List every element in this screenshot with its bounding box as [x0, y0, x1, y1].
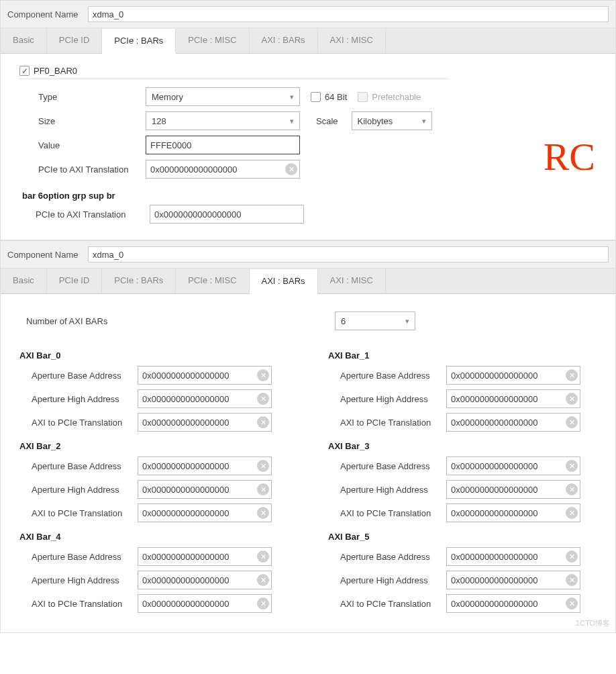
axi-bar-3-high-input[interactable] [446, 480, 580, 499]
axi-bar-1-trans-label: AXI to PCIe Translation [340, 418, 441, 428]
axi-bar-1-high-label: Aperture High Address [340, 394, 441, 404]
64bit-option[interactable]: 64 Bit [311, 92, 347, 102]
size-select[interactable]: 128 ▾ [146, 111, 300, 130]
clear-icon[interactable]: ✕ [566, 393, 578, 405]
clear-icon[interactable]: ✕ [257, 574, 269, 586]
pcie-axi-label: PCIe to AXI Translation [38, 164, 139, 175]
pcie-axi-input[interactable] [146, 160, 300, 179]
axi-bar-4-base-input[interactable] [138, 547, 272, 566]
axi-bar-0-trans-field: ✕ [138, 413, 272, 432]
component-name-label: Component Name [7, 9, 81, 19]
component-name-input-2[interactable] [88, 246, 609, 262]
axi-bar-3-base-input[interactable] [446, 456, 580, 475]
axi-bar-0-base-input[interactable] [138, 366, 272, 385]
axi-bar-0-trans-input[interactable] [138, 413, 272, 432]
num-axi-bars-select[interactable]: 6 ▾ [335, 311, 415, 330]
tab-pcie-misc[interactable]: PCIe : MISC [176, 28, 249, 53]
clear-icon[interactable]: ✕ [257, 507, 269, 519]
axi-bar-5-high-field: ✕ [446, 571, 580, 589]
axi-bar-5-base-row: Aperture Base Address ✕ [340, 547, 597, 566]
axi-bar-5-high-label: Aperture High Address [340, 575, 441, 585]
clear-icon[interactable]: ✕ [566, 483, 578, 495]
axi-bar-2-high-row: Aperture High Address ✕ [32, 480, 288, 499]
clear-icon[interactable]: ✕ [566, 369, 578, 381]
pcie-axi-row: PCIe to AXI Translation ✕ [38, 160, 597, 179]
axi-bar-3-high-row: Aperture High Address ✕ [340, 480, 597, 499]
pf0bar0-title: PF0_BAR0 [34, 66, 77, 76]
value-row: Value [38, 136, 597, 154]
axi-bar-1-trans-row: AXI to PCIe Translation ✕ [340, 413, 597, 432]
clear-icon[interactable]: ✕ [566, 574, 578, 586]
clear-icon[interactable]: ✕ [566, 460, 578, 472]
axi-bar-4-trans-field: ✕ [138, 594, 272, 613]
scale-select[interactable]: Kilobytes ▾ [352, 111, 432, 130]
axi-bar-1-trans-field: ✕ [446, 413, 580, 432]
64bit-checkbox[interactable] [311, 92, 321, 102]
clear-icon[interactable]: ✕ [285, 163, 297, 175]
top-panel: Component Name Basic PCIe ID PCIe : BARs… [0, 0, 616, 240]
axi-bar-5-trans-input[interactable] [446, 594, 580, 613]
axi-bar-3-trans-input[interactable] [446, 503, 580, 522]
bar6-pcie-axi-input[interactable] [150, 205, 304, 224]
clear-icon[interactable]: ✕ [257, 369, 269, 381]
axi-bar-2-trans-input[interactable] [138, 503, 272, 522]
bar6-title: bar 6option grp sup br [22, 191, 597, 201]
tab-basic-2[interactable]: Basic [1, 269, 47, 293]
top-tabs: Basic PCIe ID PCIe : BARs PCIe : MISC AX… [1, 28, 615, 54]
tab-axi-bars-2[interactable]: AXI : BARs [250, 269, 318, 294]
value-input[interactable] [146, 136, 300, 154]
type-select[interactable]: Memory ▾ [146, 87, 300, 106]
axi-bar-1-base-input[interactable] [446, 366, 580, 385]
clear-icon[interactable]: ✕ [257, 597, 269, 610]
axi-bar-3-base-field: ✕ [446, 456, 580, 475]
pf0bar0-header: PF0_BAR0 [19, 66, 449, 79]
clear-icon[interactable]: ✕ [566, 597, 578, 610]
axi-bar-5-high-row: Aperture High Address ✕ [340, 571, 597, 589]
axi-bar-4-trans-input[interactable] [138, 594, 272, 613]
tab-axi-misc[interactable]: AXI : MISC [318, 28, 386, 53]
clear-icon[interactable]: ✕ [257, 416, 269, 428]
tab-axi-bars[interactable]: AXI : BARs [250, 28, 318, 53]
chevron-down-icon: ▾ [290, 117, 294, 126]
axi-bar-0-title: AXI Bar_0 [19, 350, 288, 360]
clear-icon[interactable]: ✕ [257, 483, 269, 495]
axi-bar-0-high-input[interactable] [138, 389, 272, 408]
clear-icon[interactable]: ✕ [566, 416, 578, 428]
clear-icon[interactable]: ✕ [566, 550, 578, 563]
axi-bar-5-trans-label: AXI to PCIe Translation [340, 599, 441, 609]
axi-bar-1-base-row: Aperture Base Address ✕ [340, 366, 597, 385]
tab-pcie-misc-2[interactable]: PCIe : MISC [176, 269, 249, 293]
pf0bar0-checkbox[interactable] [19, 66, 30, 76]
tab-basic[interactable]: Basic [1, 28, 47, 53]
tab-pcie-bars-2[interactable]: PCIe : BARs [102, 269, 176, 293]
prefetchable-checkbox [358, 92, 368, 102]
axi-bar-4-trans-row: AXI to PCIe Translation ✕ [32, 594, 288, 613]
axi-bar-2-base-label: Aperture Base Address [32, 461, 132, 471]
axi-bar-4-high-input[interactable] [138, 571, 272, 589]
axi-bar-1-high-input[interactable] [446, 389, 580, 408]
axi-bar-5-base-field: ✕ [446, 547, 580, 566]
bottom-content: Number of AXI BARs 6 ▾ AXI Bar_0 Apertur… [1, 294, 615, 632]
tab-pcie-bars[interactable]: PCIe : BARs [102, 29, 176, 54]
tab-pcie-id[interactable]: PCIe ID [47, 28, 103, 53]
axi-bar-5-base-input[interactable] [446, 547, 580, 566]
clear-icon[interactable]: ✕ [257, 460, 269, 472]
top-content: RC PF0_BAR0 Type Memory ▾ 64 Bit Prefetc… [1, 54, 615, 240]
axi-bar-3-high-field: ✕ [446, 480, 580, 499]
axi-bar-5-high-input[interactable] [446, 571, 580, 589]
component-name-input[interactable] [88, 6, 609, 22]
axi-bar-1-trans-input[interactable] [446, 413, 580, 432]
clear-icon[interactable]: ✕ [257, 393, 269, 405]
size-value: 128 [152, 116, 166, 126]
axi-bar-0-base-field: ✕ [138, 366, 272, 385]
clear-icon[interactable]: ✕ [257, 550, 269, 563]
tab-axi-misc-2[interactable]: AXI : MISC [318, 269, 386, 293]
type-label: Type [38, 92, 139, 102]
axi-bar-2-base-input[interactable] [138, 456, 272, 475]
clear-icon[interactable]: ✕ [566, 507, 578, 519]
axi-bar-3-trans-label: AXI to PCIe Translation [340, 508, 441, 518]
axi-bar-5-title: AXI Bar_5 [328, 532, 597, 542]
axi-bar-2-high-input[interactable] [138, 480, 272, 499]
prefetchable-label: Prefetchable [372, 92, 421, 102]
tab-pcie-id-2[interactable]: PCIe ID [47, 269, 103, 293]
